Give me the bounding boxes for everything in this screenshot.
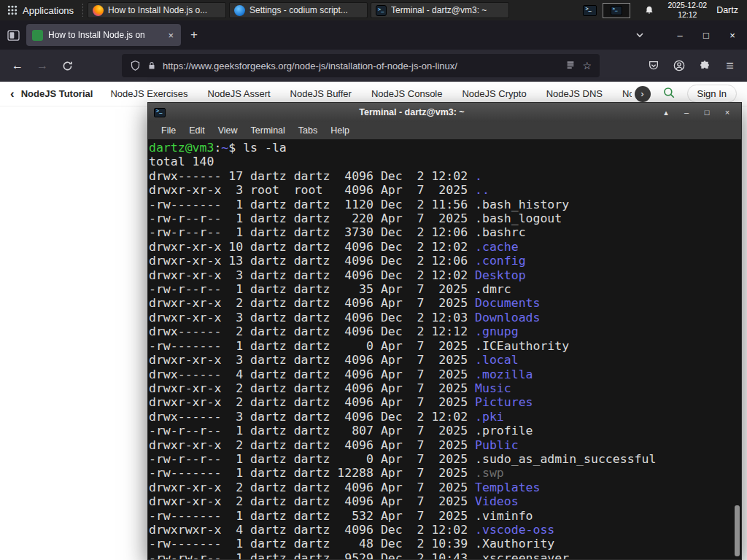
terminal-line: -rw-r--r-- 1 dartz dartz 220 Apr 7 2025 … (149, 211, 741, 225)
browser-tab[interactable]: How to Install Node.js on × (26, 24, 181, 46)
terminal-line: dartz@vm3:~$ ls -la (149, 141, 741, 155)
terminal-line: -rw-r--r-- 1 dartz dartz 0 Apr 7 2025 .s… (149, 452, 741, 466)
site-nav-node[interactable]: Node (622, 88, 632, 99)
settings-icon (234, 5, 245, 16)
terminal-menu-tabs[interactable]: Tabs (292, 125, 324, 136)
reload-button[interactable] (55, 55, 80, 77)
taskbar-window-button[interactable]: Terminal - dartz@vm3: ~ (371, 2, 509, 18)
tab-title: How to Install Node.js on (48, 30, 161, 40)
terminal-line: -rw------- 1 dartz dartz 1120 Dec 2 11:5… (149, 198, 741, 211)
notifications-bell-icon[interactable] (644, 5, 654, 15)
browser-close-button[interactable]: × (719, 30, 746, 41)
terminal-menu-help[interactable]: Help (324, 125, 356, 136)
applications-label: Applications (23, 5, 74, 16)
terminal-line: drwxrwxr-x 4 dartz dartz 4096 Dec 2 12:0… (149, 523, 741, 537)
terminal-menu-file[interactable]: File (155, 125, 182, 136)
workspace-pager[interactable] (603, 3, 630, 18)
terminal-line: drwxr-xr-x 2 dartz dartz 4096 Apr 7 2025… (149, 481, 741, 494)
terminal-line: drwxr-xr-x 2 dartz dartz 4096 Apr 7 2025… (149, 381, 741, 395)
nav-scroll-right-button[interactable]: › (635, 86, 651, 102)
site-nav-nodejs-crypto[interactable]: NodeJS Crypto (462, 88, 526, 99)
terminal-line: -rw-r--r-- 1 dartz dartz 807 Apr 7 2025 … (149, 424, 741, 438)
terminal-output[interactable]: dartz@vm3:~$ ls -latotal 140drwx------ 1… (148, 139, 741, 559)
site-favicon (32, 30, 43, 41)
terminal-line: -rw------- 1 dartz dartz 532 Apr 7 2025 … (149, 509, 741, 523)
terminal-line: drwxr-xr-x 2 dartz dartz 4096 Apr 7 2025… (149, 438, 741, 452)
terminal-line: drwx------ 3 dartz dartz 4096 Dec 2 12:0… (149, 410, 741, 424)
terminal-line: drwxr-xr-x 2 dartz dartz 4096 Apr 7 2025… (149, 395, 741, 409)
sign-in-button[interactable]: Sign In (687, 85, 737, 103)
user-menu[interactable]: Dartz (716, 5, 738, 15)
terminal-line: drwxr-xr-x 3 root root 4096 Apr 7 2025 .… (149, 183, 741, 197)
taskbar-windows: How to Install Node.js o... Settings - c… (88, 0, 512, 20)
site-nav-right: › Sign In (632, 85, 737, 103)
terminal-line: drwxr-xr-x 3 dartz dartz 4096 Apr 7 2025… (149, 353, 741, 367)
back-button[interactable]: ← (5, 55, 30, 77)
extensions-icon[interactable] (692, 60, 717, 71)
terminal-menu-terminal[interactable]: Terminal (244, 125, 292, 136)
terminal-line: drwx------ 2 dartz dartz 4096 Dec 2 12:1… (149, 324, 741, 338)
terminal-window: Terminal - dartz@vm3: ~ ▴ – □ × FileEdit… (147, 102, 742, 560)
url-bar[interactable]: https://www.geeksforgeeks.org/node-js/in… (122, 54, 600, 77)
browser-minimize-button[interactable]: – (667, 30, 693, 41)
site-nav-nodejs-console[interactable]: NodeJS Console (371, 88, 443, 99)
terminal-icon (611, 6, 622, 15)
terminal-titlebar[interactable]: Terminal - dartz@vm3: ~ ▴ – □ × (148, 103, 741, 122)
scrollbar-thumb[interactable] (735, 505, 740, 556)
clock-date: 2025-12-02 (667, 1, 707, 10)
reader-mode-icon[interactable] (565, 61, 576, 71)
terminal-line: drwxr-xr-x 2 dartz dartz 4096 Apr 7 2025… (149, 296, 741, 310)
terminal-menu-view[interactable]: View (212, 125, 244, 136)
taskbar: Applications How to Install Node.js o...… (0, 0, 747, 20)
terminal-line: drwxr-xr-x 2 dartz dartz 4096 Apr 7 2025… (149, 494, 741, 508)
new-tab-button[interactable]: + (190, 28, 198, 42)
pocket-icon[interactable] (640, 60, 666, 71)
clock[interactable]: 2025-12-02 12:12 (667, 1, 707, 19)
applications-menu[interactable]: Applications (0, 0, 81, 20)
terminal-line: -rw------- 1 dartz dartz 12288 Apr 7 202… (149, 466, 741, 480)
terminal-scrollbar[interactable] (733, 139, 741, 559)
account-icon[interactable] (666, 60, 692, 71)
browser-maximize-button[interactable]: □ (693, 30, 719, 41)
terminal-line: total 140 (149, 155, 741, 168)
site-nav-nodejs-exercises[interactable]: NodeJS Exercises (110, 88, 187, 99)
tab-close-button[interactable]: × (166, 30, 175, 41)
search-icon[interactable] (662, 86, 676, 102)
forward-button[interactable]: → (30, 55, 55, 77)
firefox-icon (93, 5, 104, 16)
clock-time: 12:12 (667, 10, 707, 20)
terminal-minimize-button[interactable]: – (678, 108, 694, 117)
terminal-line: -rw-r--r-- 1 dartz dartz 35 Apr 7 2025 .… (149, 282, 741, 296)
terminal-menu-edit[interactable]: Edit (182, 125, 212, 136)
terminal-line: -rw------- 1 dartz dartz 48 Dec 2 10:39 … (149, 537, 741, 551)
url-text: https://www.geeksforgeeks.org/node-js/in… (163, 61, 559, 71)
lock-icon[interactable] (147, 61, 156, 71)
site-nav-nodejs-buffer[interactable]: NodeJS Buffer (290, 88, 352, 99)
applications-icon (7, 5, 18, 15)
terminal-close-button[interactable]: × (719, 108, 735, 117)
menu-icon[interactable]: ≡ (717, 58, 743, 74)
terminal-line: drwx------ 17 dartz dartz 4096 Dec 2 12:… (149, 169, 741, 183)
terminal-icon (154, 108, 166, 117)
site-nav-nodejs-dns[interactable]: NodeJS DNS (546, 88, 603, 99)
panel-terminal-icon[interactable] (583, 5, 597, 16)
nav-scroll-left-icon[interactable]: ‹ (10, 87, 15, 101)
terminal-menubar: FileEditViewTerminalTabsHelp (148, 122, 741, 139)
terminal-line: -rw-rw-r-- 1 dartz dartz 9529 Dec 2 10:4… (149, 551, 741, 559)
bookmark-star-icon[interactable]: ☆ (582, 60, 592, 71)
toolbar-right-icons: ≡ (640, 58, 743, 74)
taskbar-window-button[interactable]: Settings - codium script... (229, 2, 368, 18)
firefox-view-icon[interactable] (7, 30, 20, 41)
site-nav-nodejs-assert[interactable]: NodeJS Assert (208, 88, 271, 99)
terminal-line: drwx------ 4 dartz dartz 4096 Apr 7 2025… (149, 368, 741, 381)
tab-list-dropdown[interactable] (635, 30, 645, 40)
browser-window-controls: – □ × (667, 30, 746, 41)
terminal-rollup-button[interactable]: ▴ (658, 108, 674, 117)
taskbar-window-button[interactable]: How to Install Node.js o... (88, 2, 226, 18)
site-nav-nodejs-tutorial[interactable]: NodeJS Tutorial (21, 88, 93, 99)
terminal-title: Terminal - dartz@vm3: ~ (170, 107, 654, 117)
terminal-maximize-button[interactable]: □ (699, 108, 715, 117)
terminal-line: drwxr-xr-x 10 dartz dartz 4096 Dec 2 12:… (149, 240, 741, 254)
browser-tabbar: How to Install Node.js on × + – □ × (0, 20, 747, 50)
shield-icon[interactable] (130, 60, 141, 71)
